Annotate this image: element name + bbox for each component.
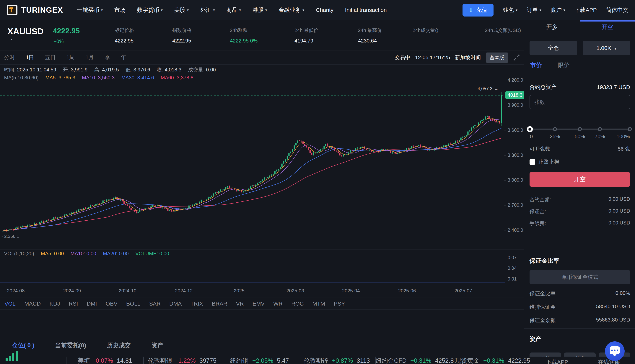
indicator-BOLL[interactable]: BOLL (126, 300, 140, 307)
single-margin-mode-button[interactable]: 单币保证金模式 (529, 270, 630, 284)
timeframe-1周[interactable]: 1周 (66, 54, 75, 61)
indicator-WR[interactable]: WR (273, 300, 282, 307)
ticker-name: 现货黄金 (455, 356, 480, 364)
indicator-VOL[interactable]: VOL (5, 300, 16, 307)
stat-value: 4194.79 (294, 38, 313, 44)
ticker-美糖[interactable]: 美糖-0.07%14.81 (67, 356, 144, 364)
indicator-BRAR[interactable]: BRAR (212, 300, 227, 307)
timeframe-1月[interactable]: 1月 (85, 54, 94, 61)
nav-item-商品[interactable]: 商品▾ (226, 6, 241, 14)
detail-value: 0.00 USD (608, 208, 630, 215)
indicator-MTM[interactable]: MTM (312, 300, 325, 307)
available-row: 可开张数 56 张 (529, 146, 630, 152)
slider-mark-0[interactable]: 0 (530, 134, 533, 140)
slider-dot-100%[interactable] (628, 127, 632, 131)
nav-item-数字货币[interactable]: 数字货币▾ (137, 6, 163, 14)
slider-handle[interactable] (527, 126, 533, 132)
slider-dot-25%[interactable] (553, 127, 557, 131)
nav-item-外汇[interactable]: 外汇▾ (200, 6, 215, 14)
x-axis-label: 2025-07 (454, 288, 472, 294)
indicator-VR[interactable]: VR (236, 300, 244, 307)
ticker-纽约铜[interactable]: 纽约铜+2.05%5.47 (221, 356, 298, 364)
legend-item: 高:4,019.5 (94, 66, 119, 73)
chart-version-button[interactable]: 基本版 (486, 52, 508, 63)
indicator-PSY[interactable]: PSY (334, 300, 345, 307)
nav-item-美股[interactable]: 美股▾ (174, 6, 189, 14)
margin-ratio-title: 保证金比率 (529, 257, 559, 265)
order-type-tabs: 市价 限价 (530, 61, 570, 70)
nav-item-label: 美股 (174, 6, 185, 14)
tab-资产[interactable]: 资产 (152, 341, 163, 350)
quantity-input[interactable] (529, 95, 630, 109)
leverage-button[interactable]: 1.00X ▾ (583, 41, 630, 55)
ticker-value: 5.47 (277, 356, 289, 364)
x-axis-label: 2025-04 (342, 288, 360, 294)
signal-bars-icon[interactable] (6, 350, 19, 362)
chevron-down-icon[interactable]: ˇ (11, 38, 13, 44)
candlestick-chart[interactable] (0, 80, 524, 286)
tpsl-checkbox[interactable] (529, 159, 535, 165)
chart-toolbar: 分时1日五日1周1月季年 交易中 12-05 17:16:25 新加坡时间 基本… (0, 51, 524, 64)
ticker-change: -0.07% (94, 356, 113, 364)
indicator-MACD[interactable]: MACD (24, 300, 41, 307)
download-app-link[interactable]: 下载APP (531, 356, 583, 364)
amount-slider[interactable] (530, 126, 630, 132)
nav-item-账户[interactable]: 账户▾ (550, 6, 565, 14)
nav-item-简体中文[interactable]: 简体中文 (606, 6, 628, 14)
slider-dot-70%[interactable] (598, 127, 602, 131)
indicator-RSI[interactable]: RSI (69, 300, 78, 307)
tab-当前委托(0)[interactable]: 当前委托(0) (55, 341, 86, 350)
indicator-DMA[interactable]: DMA (169, 300, 182, 307)
nav-item-钱包[interactable]: 钱包▾ (503, 6, 517, 14)
margin-mode-button[interactable]: 全仓 (529, 41, 577, 55)
slider-marks: 025%50%70%100% (530, 134, 630, 140)
nav-item-Initial transaction[interactable]: Initial transaction (345, 7, 387, 13)
indicator-TRIX[interactable]: TRIX (190, 300, 203, 307)
chat-support-fab[interactable] (605, 341, 624, 361)
nav-item-label: 市场 (114, 6, 126, 14)
nav-item-订单[interactable]: 订单▾ (527, 6, 541, 14)
nav-item-下载APP[interactable]: 下载APP (574, 6, 597, 14)
tpsl-row[interactable]: 止盈止损 (529, 158, 559, 166)
nav-item-金融业务[interactable]: 金融业务▾ (278, 6, 304, 14)
slider-mark-70%[interactable]: 70% (595, 134, 605, 140)
nav-item-港股[interactable]: 港股▾ (252, 6, 267, 14)
indicator-KDJ[interactable]: KDJ (49, 300, 60, 307)
indicator-DMI[interactable]: DMI (87, 300, 97, 307)
deposit-button[interactable]: ⇩ 充值 (463, 4, 494, 16)
ticker-伦敦期银[interactable]: 伦敦期银-1.22%39775 (144, 356, 221, 364)
tab-limit-order[interactable]: 限价 (558, 61, 570, 70)
timeframe-年[interactable]: 年 (121, 54, 126, 61)
ticker-伦敦期锌[interactable]: 伦敦期锌+0.87%3113 (298, 356, 376, 364)
detail-label: 保证金: (529, 208, 546, 215)
ticker-纽约金CFD[interactable]: 纽约金CFD+0.31%4252.8 (376, 356, 454, 364)
ticker-name: 纽约铜 (230, 356, 249, 364)
ticker-现货黄金[interactable]: 现货黄金+0.31%4222.95 (454, 356, 531, 364)
nav-item-Charity[interactable]: Charity (316, 7, 334, 13)
brand-logo-icon[interactable] (7, 5, 18, 16)
timeframe-季[interactable]: 季 (105, 54, 110, 61)
slider-mark-50%[interactable]: 50% (575, 134, 585, 140)
timeframe-五日[interactable]: 五日 (45, 54, 56, 61)
fullscreen-icon[interactable] (513, 54, 520, 61)
timeframe-1日[interactable]: 1日 (26, 54, 34, 61)
tab-open-short[interactable]: 开空 (580, 20, 635, 34)
slider-mark-100%[interactable]: 100% (616, 134, 630, 140)
toolbar-right: 交易中 12-05 17:16:25 新加坡时间 基本版 (395, 52, 520, 63)
slider-mark-25%[interactable]: 25% (550, 134, 560, 140)
indicator-EMV[interactable]: EMV (252, 300, 265, 307)
tab-open-long[interactable]: 开多 (524, 20, 580, 34)
nav-item-市场[interactable]: 市场 (114, 6, 126, 14)
tab-market-order[interactable]: 市价 (530, 61, 542, 70)
nav-item-label: 港股 (252, 6, 264, 14)
timeframe-分时[interactable]: 分时 (4, 54, 15, 61)
tab-仓位( 0 )[interactable]: 仓位( 0 ) (12, 341, 34, 350)
nav-item-一键买币[interactable]: 一键买币▾ (77, 6, 103, 14)
indicator-ROC[interactable]: ROC (291, 300, 304, 307)
section-divider (524, 250, 635, 250)
tab-历史成交[interactable]: 历史成交 (107, 341, 131, 350)
open-short-button[interactable]: 开空 (529, 172, 630, 187)
slider-dot-50%[interactable] (578, 127, 582, 131)
indicator-SAR[interactable]: SAR (149, 300, 161, 307)
indicator-OBV[interactable]: OBV (106, 300, 117, 307)
